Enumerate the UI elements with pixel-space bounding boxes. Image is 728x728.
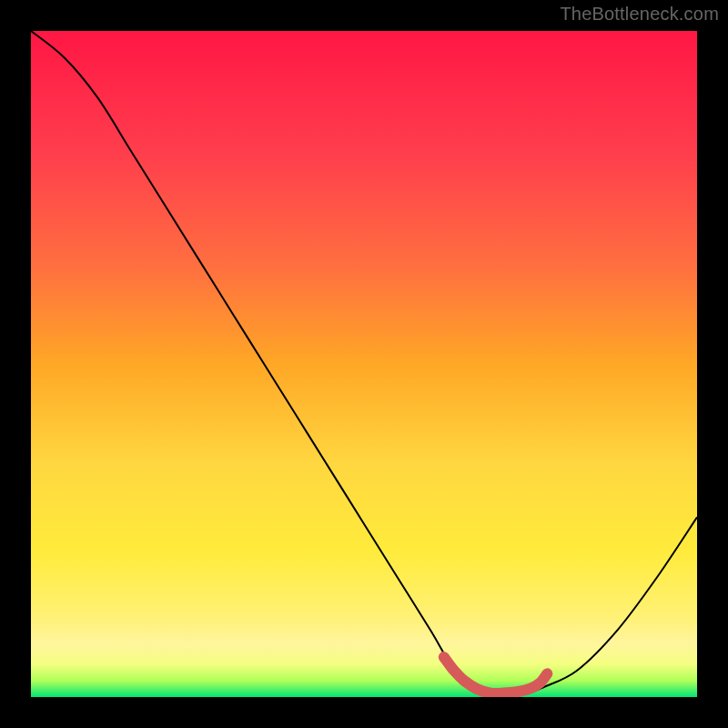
attribution-text: TheBottleneck.com (560, 4, 719, 25)
chart-background (31, 31, 697, 697)
chart-plot-area (31, 31, 697, 697)
chart-svg (31, 31, 697, 697)
